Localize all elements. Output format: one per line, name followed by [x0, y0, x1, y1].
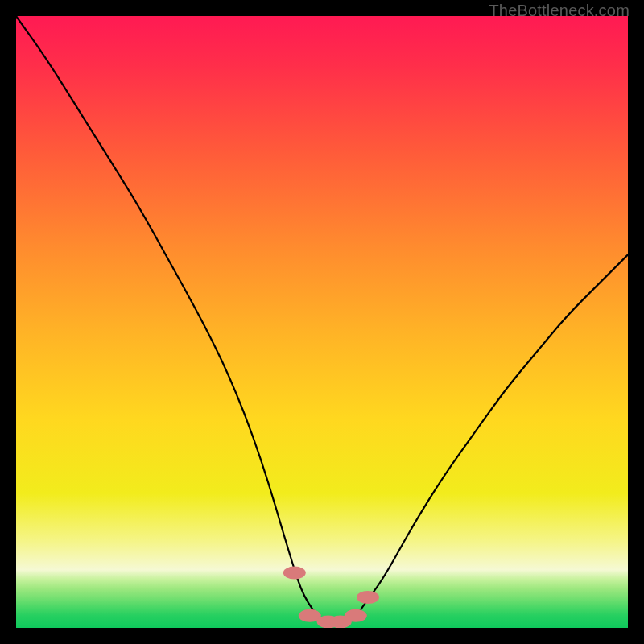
bottleneck-curve	[16, 16, 628, 621]
plot-area	[16, 16, 628, 628]
curve-marker	[345, 609, 367, 622]
watermark-text: TheBottleneck.com	[489, 2, 630, 20]
curve-marker	[357, 591, 379, 604]
curve-marker	[283, 567, 306, 580]
curve-layer	[16, 16, 628, 628]
outer-frame: TheBottleneck.com	[0, 0, 644, 644]
curve-markers	[283, 567, 379, 628]
